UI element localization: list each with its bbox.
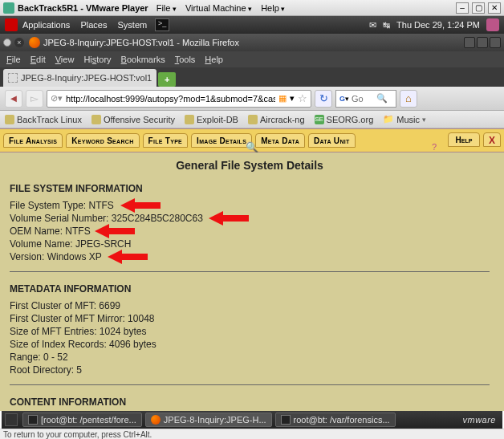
firefox-window-title: JPEG-8-Inquiry:JPEG-HOST:vol1 - Mozilla … [43, 38, 239, 47]
menu-places[interactable]: Places [80, 20, 107, 30]
svg-marker-3 [108, 250, 148, 264]
bookmarks-toolbar: BackTrack Linux Offensive Security Explo… [0, 111, 504, 128]
firefox-tabstrip: JPEG-8-Inquiry:JPEG-HOST:vol1 + [0, 67, 504, 87]
meta-line: Range: 0 - 52 [10, 351, 490, 364]
vm-maximize-button[interactable]: ▢ [472, 2, 485, 14]
help-button[interactable]: Help [448, 132, 480, 147]
divider [10, 271, 490, 272]
firefox-icon [29, 37, 40, 48]
oem-line: OEM Name: NTFS [10, 225, 490, 238]
search-go-icon[interactable]: 🔍 [376, 93, 388, 104]
tab-close-x[interactable]: × [14, 38, 24, 47]
forward-button[interactable]: ▻ [26, 90, 43, 108]
vm-menu-help[interactable]: Help [261, 3, 285, 13]
fx-minimize-button[interactable] [464, 37, 475, 48]
window-menu-icon[interactable] [3, 39, 11, 47]
meta-line: Root Directory: 5 [10, 364, 490, 376]
fx-close-button[interactable] [490, 37, 501, 48]
bm-backtrack[interactable]: BackTrack Linux [5, 115, 82, 124]
fx-menu-help[interactable]: Help [205, 55, 223, 64]
fx-maximize-button[interactable] [477, 37, 488, 48]
url-input[interactable] [66, 94, 275, 104]
task-firefox[interactable]: JPEG-8-Inquiry:JPEG-H... [145, 413, 272, 427]
menu-applications[interactable]: Applications [22, 20, 70, 30]
url-dropdown-icon[interactable]: ▾ [290, 93, 295, 104]
tab-image-details[interactable]: Image Details [191, 133, 252, 148]
menu-system[interactable]: System [117, 20, 147, 30]
fx-menu-history[interactable]: History [83, 55, 111, 64]
tab-autopsy[interactable]: JPEG-8-Inquiry:JPEG-HOST:vol1 [3, 69, 156, 87]
red-arrow-icon [108, 248, 148, 266]
globe-segment-icon: ⊘▾ [51, 93, 63, 104]
tab-file-analysis[interactable]: File Analysis [3, 133, 63, 148]
vm-minimize-button[interactable]: – [456, 2, 469, 14]
search-input[interactable] [352, 94, 374, 104]
volname-line: Volume Name: JPEG-SRCH [10, 238, 490, 250]
fs-heading: FILE SYSTEM INFORMATION [10, 183, 490, 194]
vm-status-hint: To return to your computer, press Ctrl+A… [3, 430, 152, 439]
bm-music-folder[interactable]: 📁Music [383, 114, 426, 124]
tab-keyword-search[interactable]: Keyword Search [66, 133, 139, 148]
meta-line: First Cluster of MFT: 6699 [10, 299, 490, 312]
tab-file-type[interactable]: File Type [143, 133, 189, 148]
bm-seorg[interactable]: SESEORG.org [315, 115, 374, 124]
new-tab-button[interactable]: + [158, 72, 176, 87]
firefox-navbar: ◄ ▻ ⊘▾ ▦ ▾ ☆ ↻ G▾ 🔍 ⌂ [0, 87, 504, 111]
magnifier-icon: 🔍 [246, 141, 258, 153]
clock[interactable]: Thu Dec 29, 1:24 PM [396, 20, 480, 30]
meta-heading: METADATA INFORMATION [10, 283, 490, 295]
meta-line: Size of MFT Entries: 1024 bytes [10, 325, 490, 338]
vm-menu-virtualmachine[interactable]: Virtual Machine [185, 3, 252, 13]
content-heading: CONTENT INFORMATION [10, 396, 490, 408]
url-bar[interactable]: ⊘▾ ▦ ▾ ☆ [47, 90, 311, 108]
vmware-icon [3, 2, 14, 14]
google-icon: G▾ [339, 95, 349, 103]
home-button[interactable]: ⌂ [400, 90, 417, 108]
mail-icon[interactable]: ✉ [369, 20, 376, 30]
backtrack-logo-icon[interactable] [5, 18, 18, 31]
fx-menu-view[interactable]: View [55, 55, 75, 64]
close-button[interactable]: X [483, 132, 501, 147]
tab-meta-data[interactable]: Meta Data [255, 133, 305, 148]
bm-aircrack[interactable]: Aircrack-ng [248, 115, 305, 124]
vm-close-button[interactable]: ✕ [488, 2, 501, 14]
page-title: General File System Details [10, 159, 490, 172]
autopsy-toolbar: File Analysis Keyword Search File Type I… [0, 128, 504, 152]
show-desktop-icon[interactable] [5, 413, 18, 426]
task-terminal-2[interactable]: root@bt: /var/forensics... [275, 413, 396, 427]
fs-type-line: File System Type: NTFS [10, 199, 490, 212]
svg-marker-0 [120, 198, 161, 213]
search-bar[interactable]: G▾ 🔍 [335, 90, 396, 108]
meta-line: First Cluster of MFT Mirror: 10048 [10, 312, 490, 325]
tab-data-unit[interactable]: Data Unit [308, 133, 356, 148]
fx-menu-file[interactable]: File [6, 55, 21, 64]
page-body[interactable]: General File System Details FILE SYSTEM … [0, 152, 504, 411]
vm-menu-file[interactable]: File [156, 3, 177, 13]
firefox-titlebar: × JPEG-8-Inquiry:JPEG-HOST:vol1 - Mozill… [0, 34, 504, 51]
fx-menu-edit[interactable]: Edit [30, 55, 46, 64]
vm-status-bar: To return to your computer, press Ctrl+A… [0, 429, 504, 439]
reload-button[interactable]: ↻ [315, 90, 332, 108]
vm-titlebar: BackTrack5R1 - VMware Player File Virtua… [0, 0, 504, 16]
vol-serial-line: Volume Serial Number: 325C284B5C280C63 [10, 212, 490, 225]
back-button[interactable]: ◄ [5, 90, 22, 108]
gnome-taskbar: [root@bt: /pentest/fore... JPEG-8-Inquir… [2, 411, 502, 429]
gnome-panel: Applications Places System >_ ✉ ↹ Thu De… [0, 16, 504, 34]
meta-line: Size of Index Records: 4096 bytes [10, 338, 490, 351]
network-icon[interactable]: ↹ [383, 20, 390, 30]
fx-menu-bookmarks[interactable]: Bookmarks [121, 55, 165, 64]
fx-menu-tools[interactable]: Tools [175, 55, 196, 64]
help-qmark-icon[interactable]: ? [432, 142, 437, 152]
divider [10, 384, 490, 385]
tab-favicon-icon [8, 73, 18, 83]
user-switch-icon[interactable] [486, 18, 499, 31]
bm-exploitdb[interactable]: Exploit-DB [185, 115, 238, 124]
task-terminal-1[interactable]: [root@bt: /pentest/fore... [22, 413, 142, 427]
bookmark-star-icon[interactable]: ☆ [298, 92, 307, 104]
terminal-launcher-icon[interactable]: >_ [155, 18, 169, 31]
firefox-menubar: File Edit View History Bookmarks Tools H… [0, 51, 504, 67]
rss-icon[interactable]: ▦ [278, 93, 287, 104]
vmware-brand: vmware [462, 415, 499, 425]
bm-offsec[interactable]: Offensive Security [91, 115, 175, 124]
vm-menus: File Virtual Machine Help [156, 3, 292, 13]
